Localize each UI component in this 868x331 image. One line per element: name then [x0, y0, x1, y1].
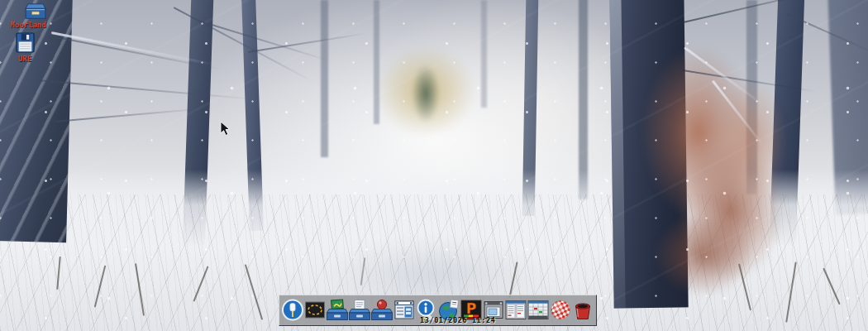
ball-drawer-icon [371, 299, 393, 321]
dock-item-boing-ball[interactable] [550, 298, 571, 321]
dock-bar: P [279, 295, 597, 326]
paint-letter: P [466, 300, 476, 316]
screen-blanker-icon [304, 299, 326, 321]
file-lister-icon [505, 299, 527, 321]
dock-item-trash-can[interactable] [572, 298, 594, 321]
dock-item-file-lister[interactable] [505, 298, 527, 321]
dock-item-documents-drawer[interactable] [349, 298, 370, 321]
watermark-overlay [0, 0, 868, 331]
desktop-icon-moorland[interactable]: Moorland [2, 2, 54, 29]
desktop-icon-ure[interactable]: URE [8, 32, 41, 63]
documents-drawer-icon [349, 299, 370, 321]
dock-item-screen-blanker[interactable] [304, 298, 326, 321]
desktop-icon-label: Moorland [2, 21, 54, 29]
dock-item-table-editor[interactable] [527, 298, 549, 321]
boing-ball-icon [550, 299, 571, 321]
power-plug-icon [282, 299, 303, 321]
dock-clock: 13/01/2026 11:24 [420, 316, 495, 324]
drawer-icon [24, 2, 47, 21]
trash-icon [572, 299, 594, 321]
dock-item-power-plug[interactable] [282, 298, 303, 321]
dock-item-pictures-drawer[interactable] [327, 298, 348, 321]
prefs-window-icon [393, 299, 415, 321]
mouse-pointer [220, 122, 231, 140]
floppy-disk-icon [16, 32, 35, 55]
dock-item-prefs-window[interactable] [393, 298, 415, 321]
table-editor-icon [527, 299, 549, 321]
desktop-icon-label: URE [8, 55, 41, 63]
pictures-drawer-icon [327, 299, 348, 321]
arrow-cursor-icon [220, 122, 231, 137]
dock-item-ball-drawer[interactable] [371, 298, 393, 321]
